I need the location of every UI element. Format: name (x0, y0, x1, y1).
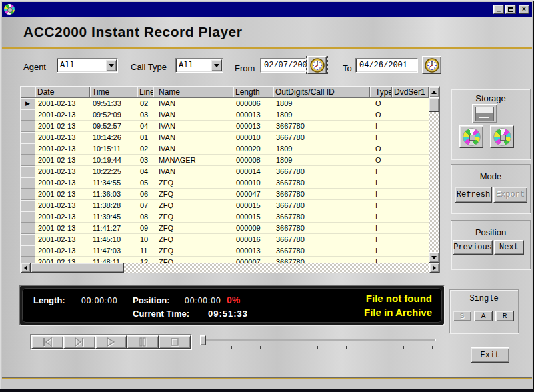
table-cell[interactable]: 09:52:09 (90, 109, 137, 121)
table-cell[interactable] (392, 109, 429, 121)
table-cell[interactable]: 1809 (273, 98, 370, 109)
storage-cd1-button[interactable] (459, 125, 483, 148)
row-selector[interactable] (21, 257, 35, 263)
table-cell[interactable]: 2001-02-13 (35, 245, 90, 257)
table-cell[interactable]: 000007 (233, 257, 273, 263)
agent-select[interactable]: All (57, 58, 118, 73)
table-cell[interactable]: ZFQ (153, 245, 233, 257)
skip-to-start-button[interactable] (31, 335, 63, 349)
table-cell[interactable]: O (370, 98, 392, 109)
table-cell[interactable]: O (370, 155, 392, 166)
call-type-select[interactable]: All (175, 58, 223, 73)
table-cell[interactable]: 000010 (233, 132, 273, 143)
table-cell[interactable]: 08 (137, 211, 153, 223)
column-header[interactable]: Type (370, 87, 392, 98)
table-cell[interactable]: 3667780 (273, 177, 370, 189)
table-cell[interactable]: 000009 (233, 223, 273, 234)
title-bar[interactable]: _ × (2, 2, 532, 17)
table-cell[interactable]: 04 (137, 121, 153, 132)
table-cell[interactable]: 000010 (233, 177, 273, 189)
table-row[interactable]: 2001-02-1310:19:4403MANAGER0000081809O (21, 155, 439, 166)
table-cell[interactable]: 02 (137, 143, 153, 155)
table-cell[interactable]: IVAN (153, 98, 233, 109)
play-button[interactable] (95, 335, 127, 349)
table-cell[interactable]: 11 (137, 245, 153, 257)
table-cell[interactable]: 3667780 (273, 211, 370, 223)
table-cell[interactable]: 3667780 (273, 257, 370, 263)
row-selector[interactable] (21, 234, 35, 245)
table-cell[interactable] (392, 211, 429, 223)
table-cell[interactable] (392, 132, 429, 143)
stop-button[interactable] (159, 335, 191, 349)
table-row[interactable]: 2001-02-1311:38:2807ZFQ0000153667780I (21, 200, 439, 211)
table-cell[interactable]: 3667780 (273, 245, 370, 257)
table-cell[interactable]: ZFQ (153, 200, 233, 211)
vertical-scrollbar-thumb[interactable] (429, 97, 439, 112)
table-cell[interactable]: 04 (137, 166, 153, 177)
column-header[interactable]: Line (137, 87, 153, 98)
table-cell[interactable]: 3667780 (273, 121, 370, 132)
table-cell[interactable] (392, 98, 429, 109)
table-cell[interactable]: 09:52:57 (90, 121, 137, 132)
row-selector[interactable] (21, 223, 35, 234)
table-cell[interactable]: ZFQ (153, 211, 233, 223)
table-cell[interactable]: 1809 (273, 143, 370, 155)
single-a-button[interactable]: A (474, 311, 493, 321)
table-cell[interactable]: IVAN (153, 132, 233, 143)
next-button[interactable]: Next (494, 240, 524, 255)
table-cell[interactable]: 09:51:33 (90, 98, 137, 109)
table-cell[interactable]: ZFQ (153, 177, 233, 189)
single-s-button[interactable]: S (453, 311, 471, 321)
from-date-input[interactable]: 02/07/2001 (260, 58, 306, 73)
table-row[interactable]: ▶2001-02-1309:51:3302IVAN0000061809O (21, 98, 439, 109)
table-cell[interactable]: ZFQ (153, 257, 233, 263)
table-cell[interactable]: 000013 (233, 245, 273, 257)
table-cell[interactable]: 3667780 (273, 200, 370, 211)
table-cell[interactable]: ZFQ (153, 234, 233, 245)
row-selector[interactable] (21, 121, 35, 132)
table-cell[interactable] (392, 189, 429, 200)
table-cell[interactable]: 2001-02-13 (35, 223, 90, 234)
column-header[interactable]: Name (153, 87, 233, 98)
table-cell[interactable]: 01 (137, 132, 153, 143)
column-header[interactable]: Length (233, 87, 273, 98)
table-cell[interactable]: 3667780 (273, 189, 370, 200)
table-cell[interactable]: 2001-02-13 (35, 177, 90, 189)
table-cell[interactable]: 2001-02-13 (35, 132, 90, 143)
table-row[interactable]: 2001-02-1311:47:0311ZFQ0000133667780I (21, 245, 439, 257)
table-cell[interactable]: O (370, 109, 392, 121)
column-header[interactable]: DvdSer1 (392, 87, 429, 98)
row-selector[interactable] (21, 166, 35, 177)
table-cell[interactable]: I (370, 211, 392, 223)
table-cell[interactable]: I (370, 177, 392, 189)
table-cell[interactable]: 02 (137, 98, 153, 109)
table-cell[interactable]: 03 (137, 109, 153, 121)
table-cell[interactable]: ZFQ (153, 223, 233, 234)
table-cell[interactable]: 2001-02-13 (35, 109, 90, 121)
row-selector[interactable] (21, 177, 35, 189)
table-cell[interactable]: O (370, 143, 392, 155)
table-cell[interactable]: I (370, 223, 392, 234)
table-cell[interactable]: 3667780 (273, 234, 370, 245)
pause-button[interactable] (127, 335, 159, 349)
table-cell[interactable]: 2001-02-13 (35, 200, 90, 211)
export-button[interactable]: Export (493, 187, 527, 203)
table-cell[interactable]: 2001-02-13 (35, 155, 90, 166)
table-cell[interactable] (392, 257, 429, 263)
table-cell[interactable]: 000008 (233, 155, 273, 166)
horizontal-scrollbar[interactable] (21, 263, 439, 273)
table-cell[interactable]: 3667780 (273, 223, 370, 234)
table-cell[interactable]: I (370, 121, 392, 132)
table-cell[interactable] (392, 143, 429, 155)
table-cell[interactable]: I (370, 257, 392, 263)
table-cell[interactable]: IVAN (153, 143, 233, 155)
table-cell[interactable]: 1809 (273, 155, 370, 166)
table-row[interactable]: 2001-02-1311:36:0306ZFQ0000473667780I (21, 189, 439, 200)
seek-slider-thumb[interactable] (200, 335, 206, 345)
table-cell[interactable]: 07 (137, 200, 153, 211)
table-row[interactable]: 2001-02-1309:52:5704IVAN0000133667780I (21, 121, 439, 132)
table-cell[interactable]: 3667780 (273, 132, 370, 143)
to-date-input[interactable]: 04/26/2001 (355, 58, 418, 73)
table-cell[interactable] (392, 166, 429, 177)
table-cell[interactable]: IVAN (153, 121, 233, 132)
